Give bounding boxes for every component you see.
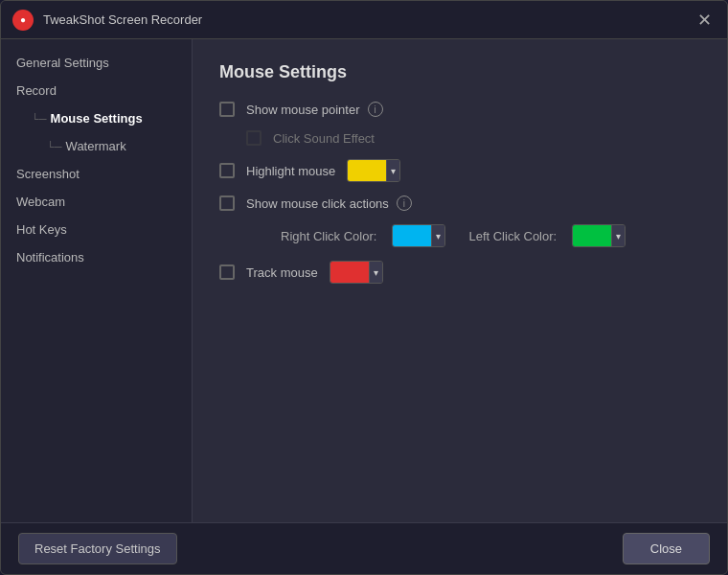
right-click-color-label: Right Click Color: <box>281 229 376 243</box>
sidebar-label: General Settings <box>16 56 109 70</box>
titlebar: ● TweakShot Screen Recorder ✕ <box>1 1 727 39</box>
close-button[interactable]: Close <box>623 533 710 564</box>
highlight-mouse-row: Highlight mouse ▾ <box>219 159 700 182</box>
click-sound-effect-label: Click Sound Effect <box>273 131 375 146</box>
track-mouse-checkbox[interactable] <box>219 264 235 280</box>
left-click-color-label: Left Click Color: <box>468 229 557 243</box>
tree-prefix: └─ <box>32 113 47 125</box>
sidebar-label: Webcam <box>16 195 65 209</box>
right-click-color-swatch <box>393 225 431 246</box>
right-click-dropdown-arrow[interactable]: ▾ <box>431 225 444 246</box>
track-mouse-row: Track mouse ▾ <box>219 261 700 284</box>
sidebar-label: Record <box>16 83 57 98</box>
bottom-bar: Reset Factory Settings Close <box>1 522 727 574</box>
track-mouse-color-picker[interactable]: ▾ <box>330 261 383 284</box>
sidebar-item-notifications[interactable]: Notifications <box>1 243 192 271</box>
sidebar-item-watermark[interactable]: └─ Watermark <box>1 132 192 160</box>
main-content: Mouse Settings Show mouse pointer i Clic… <box>193 39 727 522</box>
highlight-mouse-dropdown-arrow[interactable]: ▾ <box>386 160 399 181</box>
click-colors-row: Right Click Color: ▾ Left Click Color: ▾ <box>219 224 700 247</box>
app-window: ● TweakShot Screen Recorder ✕ General Se… <box>0 0 728 575</box>
track-mouse-dropdown-arrow[interactable]: ▾ <box>369 262 382 283</box>
sidebar-label: Mouse Settings <box>51 111 143 126</box>
show-mouse-pointer-row: Show mouse pointer i <box>219 102 700 117</box>
reset-factory-settings-button[interactable]: Reset Factory Settings <box>18 533 177 564</box>
app-icon: ● <box>12 10 34 31</box>
click-sound-effect-row: Click Sound Effect <box>219 130 700 146</box>
show-mouse-pointer-info-icon[interactable]: i <box>368 102 383 117</box>
sidebar-label: Screenshot <box>16 167 80 181</box>
sidebar-item-screenshot[interactable]: Screenshot <box>1 160 192 188</box>
show-mouse-click-actions-checkbox[interactable] <box>219 196 235 211</box>
sidebar-item-hot-keys[interactable]: Hot Keys <box>1 216 192 243</box>
highlight-mouse-label: Highlight mouse <box>246 164 335 178</box>
show-mouse-pointer-label: Show mouse pointer <box>246 103 360 117</box>
sidebar-item-webcam[interactable]: Webcam <box>1 188 192 216</box>
left-click-color-picker[interactable]: ▾ <box>572 224 626 247</box>
close-window-button[interactable]: ✕ <box>694 12 716 29</box>
section-title: Mouse Settings <box>219 62 700 82</box>
click-sound-effect-checkbox[interactable] <box>246 130 262 146</box>
show-mouse-click-actions-label: Show mouse click actions <box>246 196 389 211</box>
titlebar-title: TweakShot Screen Recorder <box>43 12 694 27</box>
show-mouse-pointer-checkbox[interactable] <box>219 102 235 117</box>
sidebar-item-general-settings[interactable]: General Settings <box>1 49 192 77</box>
track-mouse-label: Track mouse <box>246 265 318 280</box>
track-mouse-color-swatch <box>330 262 369 283</box>
window-body: General Settings Record └─ Mouse Setting… <box>1 39 727 522</box>
right-click-color-picker[interactable]: ▾ <box>392 224 445 247</box>
sidebar-item-mouse-settings[interactable]: └─ Mouse Settings <box>1 104 192 132</box>
highlight-mouse-checkbox[interactable] <box>219 163 235 178</box>
show-mouse-click-actions-row: Show mouse click actions i <box>219 196 700 211</box>
highlight-mouse-color-swatch <box>348 160 386 181</box>
sidebar-label: Hot Keys <box>16 222 67 237</box>
highlight-mouse-color-picker[interactable]: ▾ <box>347 159 400 182</box>
sidebar: General Settings Record └─ Mouse Setting… <box>1 39 193 522</box>
show-mouse-click-actions-info-icon[interactable]: i <box>397 196 412 211</box>
left-click-color-swatch <box>573 225 611 246</box>
left-click-dropdown-arrow[interactable]: ▾ <box>611 225 625 246</box>
sidebar-label: Watermark <box>66 139 126 153</box>
sidebar-item-record[interactable]: Record <box>1 77 192 104</box>
tree-prefix: └─ <box>47 141 62 152</box>
sidebar-label: Notifications <box>16 250 84 264</box>
